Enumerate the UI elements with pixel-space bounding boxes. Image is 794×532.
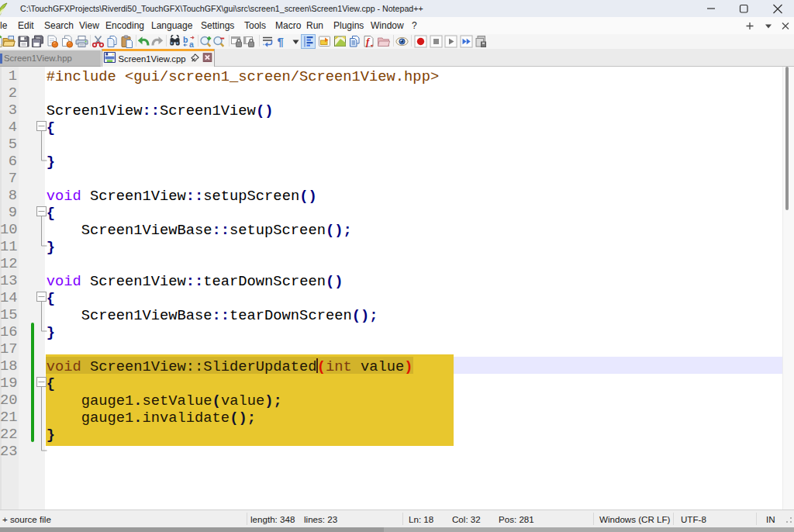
svg-text:a: a bbox=[189, 40, 194, 48]
svg-text:¶: ¶ bbox=[277, 35, 283, 48]
svg-text:b: b bbox=[183, 35, 188, 44]
